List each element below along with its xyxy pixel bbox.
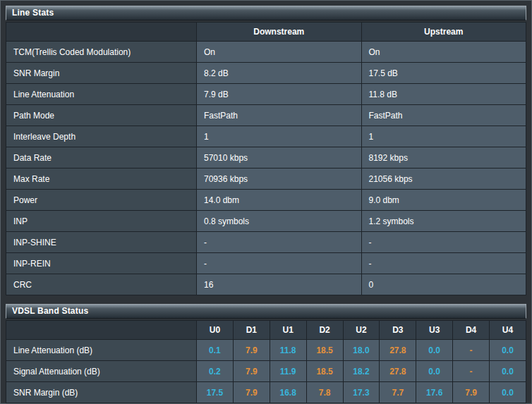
- band-col-header-u4: U4: [490, 321, 526, 340]
- line-stats-table-header: DownstreamUpstream: [6, 23, 526, 42]
- stat-value-downstream: On: [197, 42, 362, 63]
- band-value-u3: 0.0: [416, 340, 453, 361]
- vdsl-band-status-table: U0D1U1D2U2D3U3D4U4 Line Attenuation (dB)…: [6, 320, 526, 403]
- stat-label: CRC: [6, 274, 197, 295]
- vdsl-band-status-panel: VDSL Band Status U0D1U1D2U2D3U3D4U4 Line…: [6, 304, 526, 403]
- line-stats-row: Data Rate57010 kbps8192 kbps: [6, 147, 526, 169]
- stat-label: Interleave Depth: [6, 126, 197, 147]
- stat-value-upstream: 0: [361, 274, 526, 295]
- vdsl-band-status-table-header: U0D1U1D2U2D3U3D4U4: [6, 321, 526, 340]
- band-col-header-d2: D2: [306, 321, 343, 340]
- stat-label: INP-SHINE: [6, 232, 197, 253]
- band-value-u4: 0.0: [490, 382, 526, 403]
- line-stats-row: Max Rate70936 kbps21056 kbps: [6, 169, 526, 190]
- stat-value-downstream: 16: [197, 274, 362, 295]
- stat-value-upstream: 9.0 dbm: [361, 190, 526, 211]
- band-value-d1: 7.9: [233, 382, 270, 403]
- band-label: Line Attenuation (dB): [6, 340, 197, 361]
- band-value-u1: 11.8: [270, 340, 306, 361]
- stat-value-downstream: 8.2 dB: [197, 63, 362, 84]
- band-value-u2: 17.3: [343, 382, 380, 403]
- router-stats-page: Line Stats DownstreamUpstream TCM(Trelli…: [0, 0, 532, 404]
- line-stats-row: TCM(Trellis Coded Modulation)OnOn: [6, 42, 526, 63]
- stat-value-upstream: -: [361, 232, 526, 253]
- stat-value-downstream: -: [197, 232, 362, 253]
- band-value-d2: 18.5: [306, 340, 343, 361]
- band-value-u0: 17.5: [197, 382, 234, 403]
- line-stats-panel-title: Line Stats: [6, 6, 526, 20]
- stat-label: Power: [6, 190, 197, 211]
- band-col-header-d3: D3: [380, 321, 416, 340]
- band-value-u1: 16.8: [270, 382, 306, 403]
- stat-value-downstream: -: [197, 253, 362, 274]
- stat-label: INP-REIN: [6, 253, 197, 274]
- band-corner-cell: [6, 321, 197, 340]
- stat-label: Max Rate: [6, 169, 197, 190]
- band-value-d2: 18.5: [306, 361, 343, 382]
- band-value-u4: 0.0: [490, 361, 526, 382]
- line-stats-row: Power14.0 dbm9.0 dbm: [6, 190, 526, 211]
- stat-value-downstream: 7.9 dB: [197, 84, 362, 105]
- band-value-u2: 18.2: [343, 361, 380, 382]
- band-value-d4: -: [453, 340, 490, 361]
- line-stats-corner-cell: [6, 23, 197, 42]
- band-value-d2: 7.8: [306, 382, 343, 403]
- line-stats-row: SNR Margin8.2 dB17.5 dB: [6, 63, 526, 84]
- line-stats-row: INP0.8 symbols1.2 symbols: [6, 211, 526, 232]
- stat-value-upstream: 8192 kbps: [361, 147, 526, 169]
- line-stats-row: Interleave Depth11: [6, 126, 526, 147]
- line-stats-row: Path ModeFastPathFastPath: [6, 105, 526, 126]
- band-row: Signal Attenuation (dB)0.27.911.918.518.…: [6, 361, 526, 382]
- stat-value-downstream: 0.8 symbols: [197, 211, 362, 232]
- band-value-u0: 0.1: [197, 340, 234, 361]
- band-value-d3: 27.8: [380, 340, 416, 361]
- stat-value-upstream: 21056 kbps: [361, 169, 526, 190]
- stat-value-upstream: 1: [361, 126, 526, 147]
- band-value-u3: 0.0: [416, 361, 453, 382]
- band-col-header-u2: U2: [343, 321, 380, 340]
- stat-value-upstream: On: [361, 42, 526, 63]
- line-stats-header-row: DownstreamUpstream: [6, 23, 526, 42]
- band-value-d1: 7.9: [233, 340, 270, 361]
- vdsl-band-status-header-row: U0D1U1D2U2D3U3D4U4: [6, 321, 526, 340]
- stat-value-upstream: 11.8 dB: [361, 84, 526, 105]
- band-label: Signal Attenuation (dB): [6, 361, 197, 382]
- stat-label: SNR Margin: [6, 63, 197, 84]
- band-col-header-d1: D1: [233, 321, 270, 340]
- stat-label: Path Mode: [6, 105, 197, 126]
- band-col-header-u0: U0: [197, 321, 234, 340]
- band-value-u1: 11.9: [270, 361, 306, 382]
- band-col-header-u1: U1: [270, 321, 306, 340]
- stat-label: INP: [6, 211, 197, 232]
- band-value-u4: 0.0: [490, 340, 526, 361]
- line-stats-row: CRC160: [6, 274, 526, 295]
- line-stats-col-header-downstream: Downstream: [197, 23, 362, 42]
- line-stats-table-body: TCM(Trellis Coded Modulation)OnOnSNR Mar…: [6, 42, 526, 295]
- band-row: SNR Margin (dB)17.57.916.87.817.37.717.6…: [6, 382, 526, 403]
- stat-value-upstream: FastPath: [361, 105, 526, 126]
- stat-value-downstream: 70936 kbps: [197, 169, 362, 190]
- stat-value-upstream: 17.5 dB: [361, 63, 526, 84]
- band-value-d3: 27.8: [380, 361, 416, 382]
- band-value-u2: 18.0: [343, 340, 380, 361]
- line-stats-row: INP-REIN--: [6, 253, 526, 274]
- stat-value-upstream: -: [361, 253, 526, 274]
- band-col-header-u3: U3: [416, 321, 453, 340]
- stat-label: Data Rate: [6, 147, 197, 169]
- stat-value-downstream: FastPath: [197, 105, 362, 126]
- line-stats-panel: Line Stats DownstreamUpstream TCM(Trelli…: [6, 6, 526, 295]
- band-value-d4: -: [453, 361, 490, 382]
- line-stats-row: Line Attenuation7.9 dB11.8 dB: [6, 84, 526, 105]
- stat-value-upstream: 1.2 symbols: [361, 211, 526, 232]
- vdsl-band-status-panel-title: VDSL Band Status: [6, 304, 526, 319]
- stat-value-downstream: 1: [197, 126, 362, 147]
- band-row: Line Attenuation (dB)0.17.911.818.518.02…: [6, 340, 526, 361]
- vdsl-band-status-table-body: Line Attenuation (dB)0.17.911.818.518.02…: [6, 340, 526, 403]
- line-stats-col-header-upstream: Upstream: [361, 23, 526, 42]
- stat-value-downstream: 57010 kbps: [197, 147, 362, 169]
- band-value-d3: 7.7: [380, 382, 416, 403]
- band-value-u0: 0.2: [197, 361, 234, 382]
- line-stats-row: INP-SHINE--: [6, 232, 526, 253]
- band-value-d4: 7.9: [453, 382, 490, 403]
- band-value-u3: 17.6: [416, 382, 453, 403]
